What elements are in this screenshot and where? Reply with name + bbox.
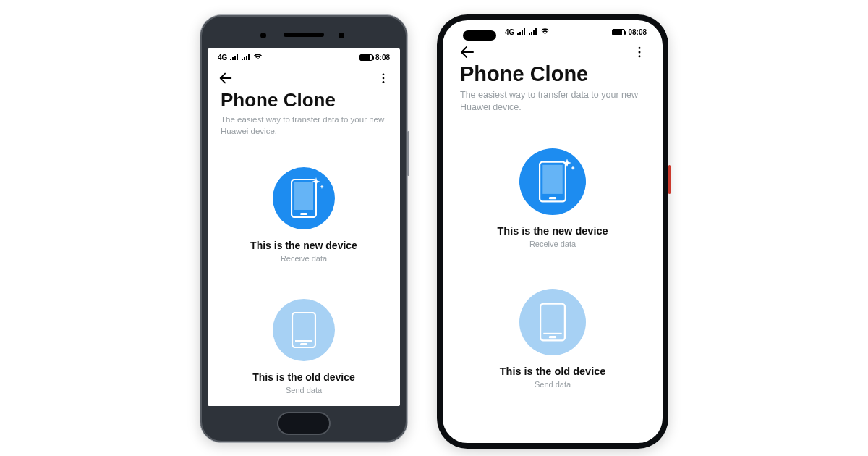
status-left: 4G xyxy=(505,28,550,36)
old-device-icon xyxy=(273,299,335,361)
signal-icon xyxy=(230,54,239,62)
svg-point-2 xyxy=(383,81,385,83)
sparkle-icon xyxy=(563,159,576,174)
svg-rect-4 xyxy=(294,182,313,210)
old-device-option[interactable]: This is the old device Send data xyxy=(500,289,606,389)
new-device-option[interactable]: This is the new device Receive data xyxy=(250,167,357,263)
old-device-option[interactable]: This is the old device Send data xyxy=(252,299,355,394)
new-device-icon xyxy=(273,167,335,229)
status-right: 08:08 xyxy=(612,28,647,36)
signal-icon xyxy=(517,28,526,36)
svg-rect-17 xyxy=(549,336,557,338)
page-title: Phone Clone xyxy=(460,62,645,86)
phone-frame-old-device: 4G 8:08 xyxy=(200,14,408,443)
screen: 4G 08:08 xyxy=(443,20,663,443)
sparkle-icon xyxy=(312,177,325,193)
old-device-subtitle: Send data xyxy=(535,380,571,389)
options-container: This is the new device Receive data This… xyxy=(443,121,663,443)
options-container: This is the new device Receive data This… xyxy=(208,144,400,406)
svg-point-1 xyxy=(383,77,385,80)
page-subtitle: The easiest way to transfer data to your… xyxy=(460,89,645,114)
old-device-title: This is the old device xyxy=(252,371,355,383)
camera-dot xyxy=(339,33,344,38)
status-left: 4G xyxy=(218,53,263,62)
page-subtitle: The easiest way to transfer data to your… xyxy=(221,114,387,137)
back-icon[interactable] xyxy=(218,70,234,86)
svg-rect-8 xyxy=(300,343,307,345)
svg-rect-13 xyxy=(542,165,562,194)
new-device-option[interactable]: This is the new device Receive data xyxy=(497,148,608,248)
page-title: Phone Clone xyxy=(221,89,387,111)
clock-text: 8:08 xyxy=(375,54,390,62)
network-label: 4G xyxy=(505,28,514,36)
power-button xyxy=(407,131,409,176)
app-bar xyxy=(208,66,400,88)
new-device-title: This is the new device xyxy=(250,240,357,251)
phone-frame-new-device: 4G 08:08 xyxy=(437,14,668,449)
old-device-title: This is the old device xyxy=(500,366,606,377)
page-header: Phone Clone The easiest way to transfer … xyxy=(443,62,663,121)
speaker-grille xyxy=(284,33,324,37)
svg-rect-15 xyxy=(540,303,565,340)
home-button[interactable] xyxy=(277,412,331,435)
back-icon[interactable] xyxy=(459,43,476,61)
signal-icon xyxy=(242,54,250,62)
svg-point-0 xyxy=(383,73,385,75)
svg-point-9 xyxy=(639,47,641,49)
svg-rect-5 xyxy=(300,213,307,215)
new-device-subtitle: Receive data xyxy=(281,254,327,263)
svg-rect-14 xyxy=(549,197,557,199)
svg-rect-6 xyxy=(292,313,315,347)
wifi-icon xyxy=(253,53,263,62)
battery-icon xyxy=(612,29,625,35)
status-bar: 4G 8:08 xyxy=(208,48,400,66)
page-header: Phone Clone The easiest way to transfer … xyxy=(208,88,400,144)
app-bar xyxy=(443,41,663,62)
new-device-subtitle: Receive data xyxy=(529,240,576,248)
svg-point-10 xyxy=(639,51,641,54)
more-vertical-icon[interactable] xyxy=(632,45,647,59)
battery-icon xyxy=(359,54,373,61)
pill-camera-cutout xyxy=(463,30,496,41)
signal-icon xyxy=(529,28,537,36)
more-vertical-icon[interactable] xyxy=(377,72,390,85)
status-right: 8:08 xyxy=(359,54,390,62)
new-device-icon xyxy=(519,148,586,215)
old-device-subtitle: Send data xyxy=(286,386,322,394)
old-device-icon xyxy=(519,289,586,355)
svg-point-11 xyxy=(639,55,641,57)
power-button xyxy=(668,165,671,194)
sensor-dot xyxy=(260,33,266,38)
wifi-icon xyxy=(540,28,550,36)
network-label: 4G xyxy=(218,54,227,62)
clock-text: 08:08 xyxy=(628,28,647,36)
screen: 4G 8:08 xyxy=(208,48,400,406)
new-device-title: This is the new device xyxy=(497,225,608,237)
